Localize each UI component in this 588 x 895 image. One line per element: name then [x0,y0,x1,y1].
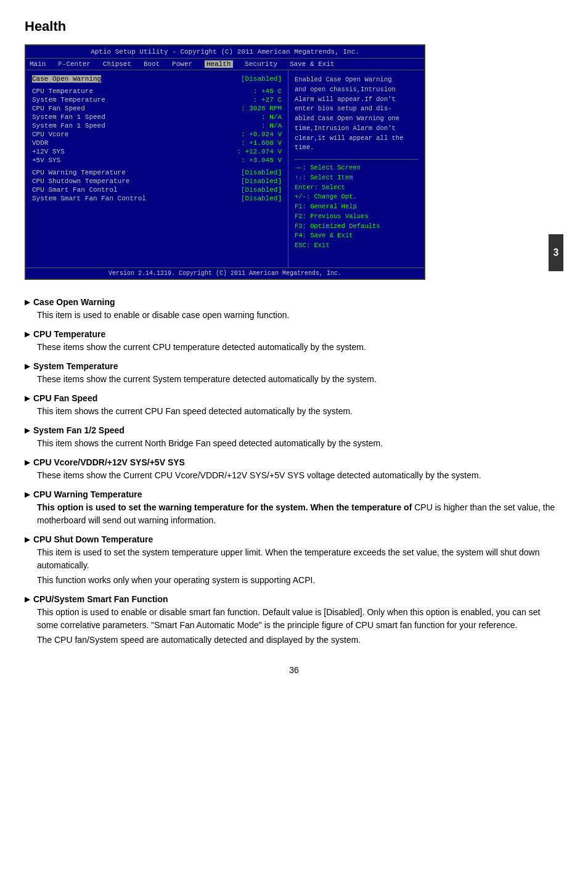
bios-screenshot: Aptio Setup Utility - Copyright (C) 2011… [25,44,425,280]
doc-item-sysfan-speed: System Fan 1/2 Speed This item shows the… [25,425,563,450]
chapter-number: 3 [549,234,563,271]
bios-row-sysfan1: System Fan 1 Speed : N/A [32,113,282,121]
page-title: Health [25,18,563,35]
doc-title-sysfan-speed: System Fan 1/2 Speed [25,425,563,435]
doc-item-cpu-temp: CPU Temperature These items show the cur… [25,329,563,354]
doc-body-sys-temp: These items show the current System temp… [37,373,563,386]
doc-item-case-open: Case Open Warning This item is used to e… [25,297,563,322]
doc-item-voltages: CPU Vcore/VDDR/+12V SYS/+5V SYS These it… [25,457,563,482]
doc-item-cpu-warn-temp: CPU Warning Temperature This option is u… [25,489,563,527]
doc-title-sys-temp: System Temperature [25,361,563,371]
bios-row-12v: +12V SYS : +12.074 V [32,148,282,155]
doc-title-cpu-shutdown: CPU Shut Down Temperature [25,534,563,544]
bios-label-sys-smart-fan: System Smart Fan Fan Control [32,195,146,202]
doc-text-cpu-warn-temp-1: This option is used to set the warning t… [37,501,563,527]
help-line-3: Alarm will appear.If don't [295,95,418,105]
bios-menu-bar: Main F-Center Chipset Boot Power Health … [26,59,424,70]
bios-label-12v: +12V SYS [32,148,65,155]
doc-text-sys-temp: These items show the current System temp… [37,373,563,386]
help-line-8: time. [295,143,418,153]
menu-save-exit: Save & Exit [290,60,335,68]
bios-row-cpu-fan: CPU Fan Speed : 3026 RPM [32,105,282,112]
nav-f4: F4: Save & Exit [295,231,418,241]
doc-title-smart-fan: CPU/System Smart Fan Function [25,594,563,604]
menu-boot: Boot [144,60,160,68]
menu-power: Power [172,60,192,68]
menu-main: Main [30,60,46,68]
doc-title-case-open: Case Open Warning [25,297,563,307]
doc-item-smart-fan: CPU/System Smart Fan Function This optio… [25,594,563,647]
bios-row-cpu-smart-fan: CPU Smart Fan Control [Disabled] [32,186,282,194]
bios-label-sysfan1: System Fan 1 Speed [32,113,105,121]
bios-value-cpu-shutdown-temp: [Disabled] [241,178,282,185]
nav-enter: Enter: Select [295,183,418,193]
bios-row-vddr: VDDR : +1.608 V [32,139,282,147]
nav-f3: F3: Optimized Defaults [295,222,418,232]
bios-value-case-open: [Disabled] [241,75,282,83]
nav-f2: F2: Previous Values [295,212,418,222]
bios-value-cpu-fan: : 3026 RPM [241,105,282,112]
bios-value-cpu-warn-temp: [Disabled] [241,169,282,176]
bios-value-12v: : +12.074 V [237,148,282,155]
doc-text-cpu-shutdown-1: This item is used to set the system temp… [37,546,563,572]
help-line-4: enter bios setup and dis- [295,104,418,114]
doc-body-case-open: This item is used to enable or disable c… [37,309,563,322]
bios-value-sysfan2: : N/A [261,122,282,129]
menu-chipset: Chipset [103,60,131,68]
doc-body-cpu-warn-temp: This option is used to set the warning t… [37,501,563,527]
doc-body-cpu-shutdown: This item is used to set the system temp… [37,546,563,587]
doc-text-voltages: These items show the Current CPU Vcore/V… [37,469,563,482]
bios-row-5v: +5V SYS : +3.045 V [32,157,282,164]
bios-nav-help: →←: Select Screen ↑↓: Select Item Enter:… [295,163,418,251]
bios-value-vddr: : +1.608 V [241,139,282,147]
bios-label-case-open: Case Open Warning [32,75,101,83]
bios-label-vddr: VDDR [32,139,48,147]
bios-label-sysfan2: System Fan 1 Speed [32,122,105,129]
bios-footer: Version 2.14.1219. Copyright (C) 2011 Am… [26,268,424,279]
nav-f1: F1: General Help [295,202,418,212]
bios-label-cpu-temp: CPU Temperature [32,88,93,95]
nav-esc: ESC: Exit [295,241,418,251]
bios-value-cpu-temp: : +45 C [253,88,282,95]
doc-title-cpu-temp: CPU Temperature [25,329,563,339]
doc-text-cpu-temp: These items show the current CPU tempera… [37,341,563,354]
menu-health: Health [205,60,233,68]
doc-body-cpu-temp: These items show the current CPU tempera… [37,341,563,354]
doc-title-voltages: CPU Vcore/VDDR/+12V SYS/+5V SYS [25,457,563,467]
bios-value-5v: : +3.045 V [241,157,282,164]
doc-text-cpu-shutdown-2: This function works only when your opera… [37,574,563,587]
bios-right-panel: Enabled Case Open Warning and open chass… [288,70,424,268]
bios-label-cpu-shutdown-temp: CPU Shutdown Temperature [32,178,129,185]
doc-item-sys-temp: System Temperature These items show the … [25,361,563,386]
bios-row-sysfan2: System Fan 1 Speed : N/A [32,122,282,129]
bios-row-cpu-shutdown-temp: CPU Shutdown Temperature [Disabled] [32,178,282,185]
bios-left-panel: Case Open Warning [Disabled] CPU Tempera… [26,70,288,268]
doc-body-voltages: These items show the Current CPU Vcore/V… [37,469,563,482]
doc-body-sysfan-speed: This item shows the current North Bridge… [37,437,563,450]
bios-label-5v: +5V SYS [32,157,60,164]
bios-row-cpu-temp: CPU Temperature : +45 C [32,88,282,95]
bios-value-sys-smart-fan: [Disabled] [241,195,282,202]
bios-label-cpu-smart-fan: CPU Smart Fan Control [32,186,118,194]
doc-text-case-open: This item is used to enable or disable c… [37,309,563,322]
page-number: 36 [25,665,563,675]
doc-item-cpu-shutdown: CPU Shut Down Temperature This item is u… [25,534,563,587]
bios-label-cpu-warn-temp: CPU Warning Temperature [32,169,126,176]
doc-text-cpu-fan: This item shows the current CPU Fan spee… [37,405,563,418]
doc-text-sysfan-speed: This item shows the current North Bridge… [37,437,563,450]
bios-value-cpu-smart-fan: [Disabled] [241,186,282,194]
bios-row-cpu-warn-temp: CPU Warning Temperature [Disabled] [32,169,282,176]
doc-text-smart-fan-1: This option is used to enable or disable… [37,606,563,632]
nav-select-screen: →←: Select Screen [295,163,418,173]
help-line-5: abled Case Open Warning one [295,114,418,124]
help-line-7: clear,it will appear all the [295,134,418,144]
bios-label-sys-temp: System Temperature [32,96,105,104]
nav-select-item: ↑↓: Select Item [295,173,418,183]
bios-value-vcore: : +0.924 V [241,131,282,138]
menu-fcenter: F-Center [58,60,91,68]
doc-title-cpu-fan: CPU Fan Speed [25,393,563,403]
bios-row-case-open: Case Open Warning [Disabled] [32,75,282,83]
doc-item-cpu-fan: CPU Fan Speed This item shows the curren… [25,393,563,418]
bios-title-bar: Aptio Setup Utility - Copyright (C) 2011… [26,46,424,59]
bios-row-sys-smart-fan: System Smart Fan Fan Control [Disabled] [32,195,282,202]
